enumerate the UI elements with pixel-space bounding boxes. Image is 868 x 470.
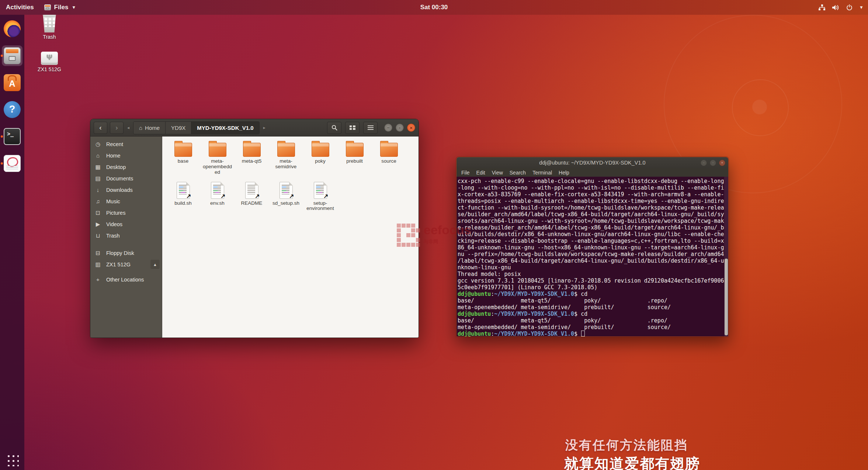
sidebar-item-videos[interactable]: ▶Videos <box>90 218 162 230</box>
sidebar-item-label: Pictures <box>106 210 125 216</box>
link-arrow-icon: ↗ <box>186 193 191 200</box>
sidebar-item-pictures[interactable]: ⊡Pictures <box>90 207 162 218</box>
folder-item[interactable]: meta-openembedded <box>200 140 235 175</box>
folder-label: base <box>178 159 188 164</box>
prompt-path: ~/YD9X/MYD-YD9X-SDK_V1.0 <box>494 331 574 337</box>
folder-item[interactable]: meta-semidrive <box>269 140 303 175</box>
forward-button[interactable]: › <box>110 122 124 134</box>
terminal-output-line: x-cortex-a53-835769 --enable-fix-cortex-… <box>458 191 723 198</box>
activities-button[interactable]: Activities <box>6 4 34 11</box>
breadcrumb-myd-yd9x-sdk_v1.0[interactable]: MYD-YD9X-SDK_V1.0 <box>191 122 259 134</box>
sidebar-item-floppy[interactable]: ⊟Floppy Disk <box>90 247 162 259</box>
files-window: ‹ › ◂ ⌂HomeYD9XMYD-YD9X-SDK_V1.0 ▸ − ▫ ×… <box>90 119 419 338</box>
dock-item-files[interactable] <box>2 45 22 66</box>
sidebar-item-zx1-512g[interactable]: ▥ZX1 512G▲ <box>90 259 162 270</box>
power-icon <box>846 4 853 11</box>
maximize-button[interactable]: ▫ <box>710 160 716 166</box>
minimize-button[interactable]: − <box>701 160 707 166</box>
sidebar-item-label: Music <box>106 198 120 204</box>
terminal-menu-file[interactable]: File <box>458 170 473 176</box>
terminal-menu-search[interactable]: Search <box>507 170 529 176</box>
dock-item-help[interactable] <box>2 99 22 120</box>
app-menu-label: Files <box>54 4 69 11</box>
file-item[interactable]: ↗setup-environment <box>303 181 337 212</box>
file-item[interactable]: ↗build.sh <box>166 181 200 212</box>
folder-icon <box>312 143 329 157</box>
terminal-menu-view[interactable]: View <box>489 170 506 176</box>
terminal-titlebar[interactable]: ddj@ubuntu: ~/YD9X/MYD-YD9X-SDK_V1.0 − ▫… <box>456 157 728 168</box>
sidebar-item-other-locations[interactable]: +Other Locations <box>90 274 162 285</box>
file-item[interactable]: ↗env.sh <box>200 181 235 212</box>
minimize-button[interactable]: − <box>384 124 392 132</box>
sidebar-item-label: Documents <box>106 176 133 182</box>
menu-icon <box>368 125 374 126</box>
dock-item-terminal[interactable] <box>2 126 22 147</box>
view-toggle-button[interactable] <box>345 122 360 134</box>
script-file-icon: ↗ <box>211 182 224 199</box>
app-grid-button[interactable] <box>6 453 19 466</box>
terminal-menu-edit[interactable]: Edit <box>473 170 488 176</box>
close-button[interactable]: × <box>407 124 415 132</box>
system-tray[interactable]: ▼ <box>819 4 868 11</box>
desktop-icon-usb-drive[interactable]: ZX1 512G <box>35 52 63 72</box>
top-bar: Activities Files ▼ Sat 00:30 ▼ <box>0 0 868 15</box>
wallpaper-ornament-square <box>752 100 767 114</box>
search-button[interactable] <box>327 122 341 134</box>
terminal-output-line: ct-function --with-build-sysroot=/home/t… <box>458 204 723 211</box>
prompt-suffix: $ <box>574 311 581 317</box>
breadcrumb-label: YD9X <box>171 125 185 131</box>
terminal-menu-terminal[interactable]: Terminal <box>530 170 555 176</box>
maximize-button[interactable]: ▫ <box>396 124 404 132</box>
desktop-icon-trash[interactable]: Trash <box>35 14 63 40</box>
dock-item-firefox[interactable] <box>2 18 22 39</box>
back-button[interactable]: ‹ <box>94 122 107 134</box>
subtitle-line-2: 就算知道爱都有翅膀 <box>564 454 700 470</box>
terminal-screen[interactable]: cxx-pch --enable-c99 --enable-clocale=gn… <box>456 177 728 337</box>
terminal-title: ddj@ubuntu: ~/YD9X/MYD-YD9X-SDK_V1.0 <box>539 160 645 166</box>
breadcrumb-yd9x[interactable]: YD9X <box>166 122 191 134</box>
app-menu[interactable]: Files ▼ <box>44 4 76 11</box>
terminal-cursor <box>581 331 585 336</box>
terminal-output-line: gcc version 7.3.1 20180425 [linaro-7.3-2… <box>458 277 723 284</box>
sidebar-item-music[interactable]: ♫Music <box>90 196 162 207</box>
close-button[interactable]: × <box>719 160 725 166</box>
file-label: README <box>241 201 263 206</box>
chevron-down-icon: ▼ <box>859 5 864 10</box>
file-item[interactable]: ↗README <box>235 181 269 212</box>
sidebar-item-label: Home <box>106 153 121 159</box>
sidebar-item-documents[interactable]: ▤Documents <box>90 173 162 184</box>
sidebar-item-trash[interactable]: ⊔Trash <box>90 230 162 241</box>
folder-item[interactable]: meta-qt5 <box>235 140 269 175</box>
scrollbar-thumb[interactable] <box>725 259 728 335</box>
clock[interactable]: Sat 00:30 <box>420 4 448 11</box>
folder-item[interactable]: poky <box>303 140 337 175</box>
pathbar-overflow-right-icon[interactable]: ▸ <box>262 125 267 130</box>
sidebar-item-recent[interactable]: ◷Recent <box>90 138 162 150</box>
prompt-separator: : <box>491 291 494 297</box>
file-item[interactable]: ↗sd_setup.sh <box>269 181 303 212</box>
files-app-icon <box>44 4 51 10</box>
eject-button[interactable]: ▲ <box>150 260 160 269</box>
sidebar-item-home[interactable]: ⌂Home <box>90 150 162 161</box>
sidebar-item-label: Other Locations <box>106 277 144 283</box>
terminal-prompt-line: ddj@ubuntu:~/YD9X/MYD-YD9X-SDK_V1.0$ <box>458 331 723 337</box>
file-label: sd_setup.sh <box>272 201 299 206</box>
running-indicator <box>1 135 3 138</box>
dock-item-ubuntu-software[interactable] <box>2 72 22 93</box>
command-text: cd <box>581 311 587 317</box>
folder-item[interactable]: prebuilt <box>337 140 372 175</box>
hamburger-menu-button[interactable] <box>363 122 378 134</box>
link-arrow-icon: ↗ <box>221 193 225 200</box>
folder-item[interactable]: source <box>372 140 406 175</box>
sidebar-item-downloads[interactable]: ↓Downloads <box>90 184 162 196</box>
dock-item-annotator[interactable] <box>2 153 22 174</box>
scrollbar[interactable] <box>724 177 728 337</box>
folder-icon <box>174 143 192 157</box>
pathbar-overflow-left-icon[interactable]: ◂ <box>126 125 131 130</box>
terminal-menu-help[interactable]: Help <box>556 170 572 176</box>
folder-item[interactable]: base <box>166 140 200 175</box>
subtitle-line-1: 没有任何方法能阻挡 <box>565 437 688 454</box>
breadcrumb-home[interactable]: ⌂Home <box>133 122 166 134</box>
sidebar-item-desktop[interactable]: ▦Desktop <box>90 161 162 173</box>
sidebar-item-label: Trash <box>106 233 120 239</box>
